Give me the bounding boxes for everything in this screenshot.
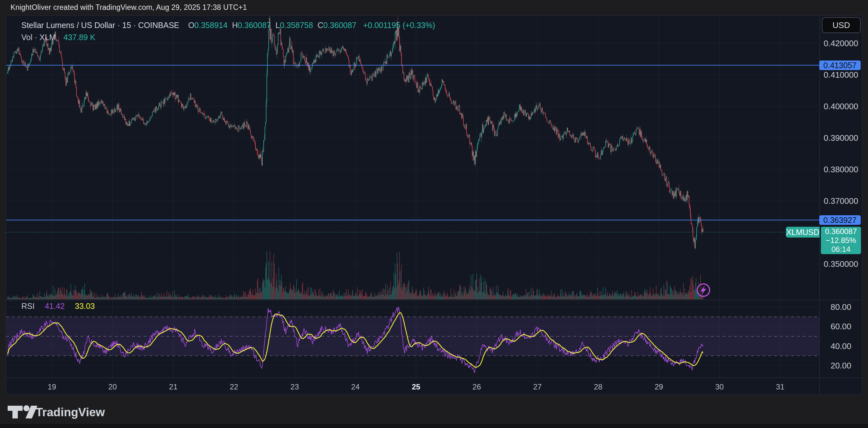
rsi-legend[interactable]: RSI 41.42 33.03 [21,302,95,311]
last-change-pct: −12.85% [826,236,856,245]
ohlc-value: 0.358914 [194,21,227,30]
ohlc-letter: H [232,21,238,30]
symbol-price-tag: XLMUSD [786,227,819,238]
ohlc-letter: C [317,21,323,30]
rsi-axis-label: 40.00 [830,341,851,351]
logo-t-mark [8,406,23,419]
bar-countdown: 06:14 [831,245,850,254]
rsi-label: RSI [21,302,35,310]
price-axis-label: 0.370000 [824,196,858,206]
currency-toggle-button[interactable]: USD [822,17,861,33]
ohlc-letter: O [188,21,194,30]
price-lines [6,65,819,232]
time-axis-label: 24 [351,383,360,391]
time-axis-label: 25 [412,383,420,391]
price-line-label-2[interactable]: 0.363927 [819,215,861,225]
tradingview-logo[interactable]: TradingView [6,399,143,425]
time-axis-label: 31 [776,383,784,391]
bottom-strip [0,424,868,428]
rsi-axis-label: 80.00 [830,302,851,312]
rsi-value: 41.42 [45,302,65,310]
ohlc-value: 0.360087 [323,21,356,30]
time-axis-label: 30 [715,383,724,391]
price-axis-label: 0.380000 [824,165,858,174]
price-axis-label: 0.390000 [824,133,858,143]
symbol-title: Stellar Lumens / US Dollar · 15 · COINBA… [21,21,179,30]
time-axis-label: 19 [48,383,56,391]
time-axis-label: 23 [290,383,299,391]
volume-label: Vol · XLM [21,33,56,42]
ohlc-value: 0.358758 [280,21,313,30]
chart-widget: 0.4200000.4100000.4000000.3900000.380000… [6,15,862,395]
flash-boost-icon[interactable] [697,284,710,297]
footer: TradingView [0,395,868,428]
ohlc-values: O0.358914H0.360087L0.358758C0.360087 [188,21,361,30]
attribution-bar: KnightOliver created with TradingView.co… [10,0,247,15]
rsi-axis-label: 20.00 [830,361,851,370]
price-line-label-1[interactable]: 0.413057 [819,61,861,70]
volume-legend[interactable]: Vol · XLM 437.89 K [21,33,95,42]
price-axis-label: 0.410000 [824,70,858,80]
price-axis-label: 0.420000 [824,38,858,48]
price-axis-label: 0.400000 [824,101,858,111]
logo-wordmark: TradingView [36,406,105,419]
time-axis-label: 22 [229,383,238,391]
last-price: 0.360087 [825,227,857,236]
chart-canvas[interactable]: 0.4200000.4100000.4000000.3900000.380000… [6,16,863,395]
rsi-axis-label: 60.00 [830,322,851,331]
time-axis-label: 27 [533,383,541,391]
tradingview-snapshot: KnightOliver created with TradingView.co… [0,0,868,428]
time-axis-label: 21 [169,383,178,391]
logo-dot [24,405,30,411]
change-value: +0.001195 (+0.33%) [363,21,435,30]
down-wicks [9,16,703,248]
symbol-legend[interactable]: Stellar Lumens / US Dollar · 15 · COINBA… [21,21,435,30]
time-axis-label: 20 [108,383,117,391]
rsi-ma-value: 33.03 [75,302,95,310]
price-axis-label: 0.350000 [824,259,858,269]
time-axis-label: 29 [655,383,663,391]
time-axis-label: 28 [594,383,602,391]
rsi-band [6,317,819,356]
time-axis-label: 26 [472,383,481,391]
last-price-block: 0.360087 −12.85% 06:14 [821,227,861,254]
down-bodies [9,18,703,248]
ohlc-letter: L [275,21,280,30]
volume-value: 437.89 K [63,33,95,42]
ohlc-value: 0.360087 [238,21,271,30]
volume-down-bars [9,252,703,299]
